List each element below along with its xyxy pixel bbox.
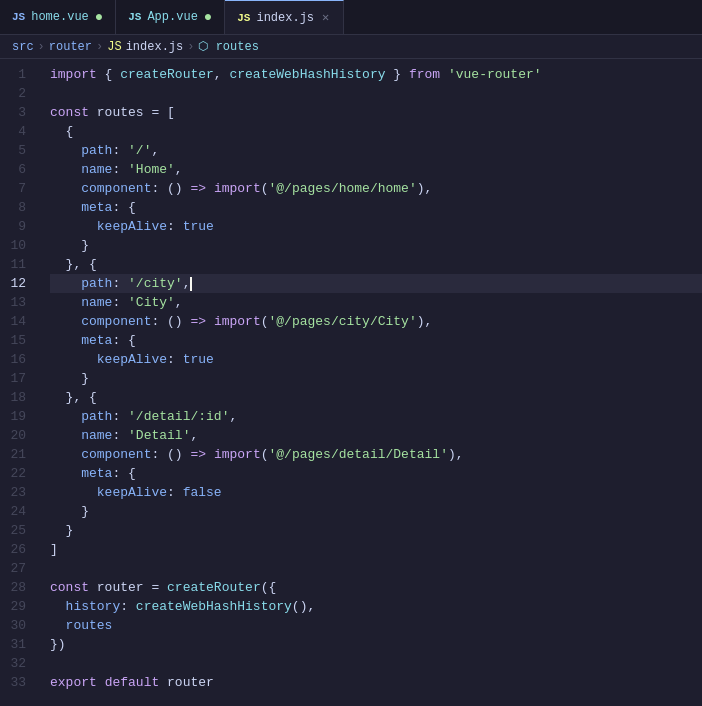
vue-icon-2: JS [128,11,141,23]
tab-label-2: App.vue [147,10,197,24]
tab-app-vue[interactable]: JS App.vue ● [116,0,225,34]
code-line: component: () => import('@/pages/home/ho… [50,179,702,198]
tab-bar: JS home.vue ● JS App.vue ● JS index.js ✕ [0,0,702,35]
code-line: }) [50,635,702,654]
code-line: path: '/', [50,141,702,160]
breadcrumb-js-label: JS [107,40,121,54]
code-line: keepAlive: true [50,350,702,369]
code-line: name: 'Home', [50,160,702,179]
code-line: } [50,236,702,255]
code-line: ] [50,540,702,559]
vue-icon: JS [12,11,25,23]
breadcrumb-routes: ⬡ routes [198,39,258,54]
modified-dot-2: ● [204,9,212,25]
code-area: 1 2 3 4 5 6 7 8 9 10 11 12 13 14 15 16 1… [0,59,702,702]
code-line: path: '/detail/:id', [50,407,702,426]
breadcrumb-filename: index.js [126,40,184,54]
tab-home-vue[interactable]: JS home.vue ● [0,0,116,34]
code-line: meta: { [50,331,702,350]
code-line: } [50,502,702,521]
code-line: component: () => import('@/pages/detail/… [50,445,702,464]
code-line: name: 'Detail', [50,426,702,445]
code-line: const routes = [ [50,103,702,122]
tab-label-3: index.js [256,11,314,25]
code-line: }, { [50,255,702,274]
code-line: name: 'City', [50,293,702,312]
modified-dot: ● [95,9,103,25]
line-numbers: 1 2 3 4 5 6 7 8 9 10 11 12 13 14 15 16 1… [0,59,42,702]
code-line: meta: { [50,464,702,483]
code-line: meta: { [50,198,702,217]
tab-label: home.vue [31,10,89,24]
code-content[interactable]: import { createRouter, createWebHashHist… [42,59,702,702]
breadcrumb: src › router › JS index.js › ⬡ routes [0,35,702,59]
code-line: component: () => import('@/pages/city/Ci… [50,312,702,331]
code-line: export default router [50,673,702,692]
code-line [50,84,702,103]
code-line: history: createWebHashHistory(), [50,597,702,616]
code-line: import { createRouter, createWebHashHist… [50,65,702,84]
code-line: }, { [50,388,702,407]
code-line-active: path: '/city', [50,274,702,293]
close-icon[interactable]: ✕ [320,8,331,27]
code-line: { [50,122,702,141]
code-line: routes [50,616,702,635]
code-line: keepAlive: false [50,483,702,502]
code-line [50,654,702,673]
code-line: const router = createRouter({ [50,578,702,597]
code-line [50,692,702,702]
code-line: keepAlive: true [50,217,702,236]
code-line: } [50,521,702,540]
js-icon: JS [237,12,250,24]
code-line: } [50,369,702,388]
tab-index-js[interactable]: JS index.js ✕ [225,0,344,34]
breadcrumb-router: router [49,40,92,54]
breadcrumb-src: src [12,40,34,54]
code-line [50,559,702,578]
